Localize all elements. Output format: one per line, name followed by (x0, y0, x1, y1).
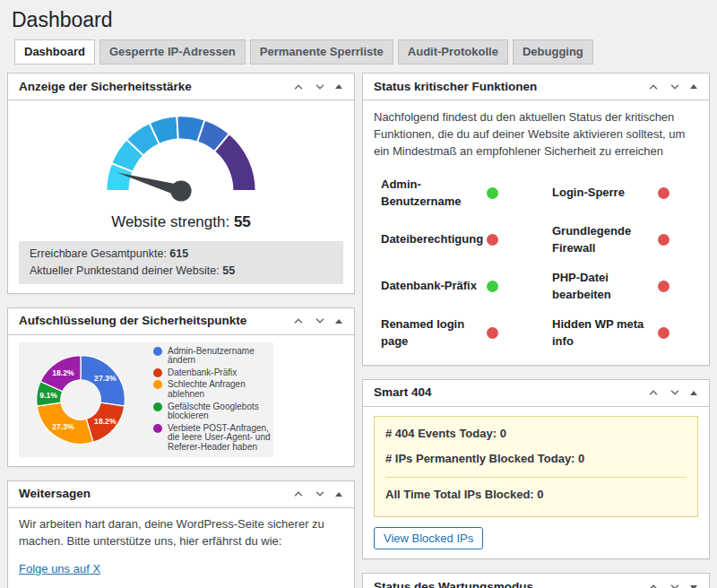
legend-label: Verbiete POST-Anfragen, die leere User-A… (168, 424, 273, 453)
divider (385, 477, 687, 478)
panel-title: Anzeige der Sicherheitsstärke (8, 74, 203, 100)
panel-header-security-strength[interactable]: Anzeige der Sicherheitsstärke (8, 74, 354, 100)
feature-status-item: Hidden WP meta info (552, 316, 696, 350)
move-up-button[interactable] (288, 313, 309, 329)
tab-dashboard[interactable]: Dashboard (14, 39, 95, 65)
panel-header-maintenance-mode[interactable]: Status des Wartungsmodus (363, 574, 709, 588)
panel-header-points-breakdown[interactable]: Aufschlüsselung der Sicherheitspunkte (8, 308, 354, 335)
strength-value: 55 (234, 213, 251, 230)
toggle-panel-button[interactable] (331, 317, 347, 325)
points-summary-box: Erreichbare Gesamtpunkte: 615 Aktueller … (19, 241, 343, 284)
current-points-label: Aktueller Punktestand deiner Website: (30, 264, 220, 277)
move-down-button[interactable] (309, 486, 331, 502)
tab-permanente-sperrliste[interactable]: Permanente Sperrliste (250, 39, 393, 65)
triangle-up-icon (690, 84, 697, 89)
legend-label: Datenbank-Präfix (168, 368, 273, 378)
panel-header-actions (288, 313, 354, 329)
feature-label: Datenbank-Präfix (381, 277, 477, 295)
stat-all-time-blocked: All Time Total IPs Blocked: 0 (385, 486, 687, 504)
feature-status-item: PHP-Datei bearbeiten (552, 269, 696, 304)
move-up-button[interactable] (643, 79, 664, 95)
chevron-down-icon (314, 81, 326, 93)
toggle-panel-button[interactable] (331, 82, 347, 91)
left-column: Anzeige der Sicherheitsstärke Website st… (7, 73, 355, 588)
move-up-button[interactable] (643, 385, 664, 401)
panel-title: Status des Wartungsmodus (363, 574, 544, 588)
view-blocked-ips-button[interactable]: View Blocked IPs (374, 527, 483, 549)
chevron-up-icon (292, 315, 305, 327)
smart-404-stats-box: # 404 Events Today: 0 # IPs Permanently … (374, 416, 698, 518)
chevron-down-icon (669, 81, 681, 93)
gauge-caption: Website strength: 55 (19, 211, 343, 234)
donut-slice-label: 18.2% (52, 368, 74, 376)
move-down-button[interactable] (664, 579, 686, 588)
feature-status-item: Login-Sperre (552, 176, 696, 211)
move-up-button[interactable] (643, 579, 664, 588)
panel-header-smart-404[interactable]: Smart 404 (363, 380, 709, 407)
legend-item: Schlechte Anfragen ablehnen (153, 380, 273, 399)
chevron-up-icon (647, 386, 660, 399)
panel-body: Website strength: 55 Erreichbare Gesamtp… (8, 100, 354, 293)
chevron-down-icon (314, 315, 326, 327)
feature-status-item: Renamed login page (381, 316, 525, 350)
panel-body: Nachfolgend findest du den aktuellen Sta… (363, 100, 709, 365)
share-link[interactable]: Folge uns auf X (19, 562, 100, 575)
dashboard-columns: Anzeige der Sicherheitsstärke Website st… (0, 65, 717, 588)
legend-item: Datenbank-Präfix (153, 368, 273, 378)
red-dot-icon (658, 187, 669, 199)
donut-slice-label: 27.3% (94, 374, 117, 383)
critical-features-grid: Admin-BenutzernameLogin-SperreDateiberec… (374, 174, 698, 356)
feature-label: Dateiberechtigung (381, 230, 483, 248)
panel-title: Aufschlüsselung der Sicherheitspunkte (8, 307, 257, 334)
green-dot-icon (487, 187, 498, 199)
current-points-row: Aktueller Punktestand deiner Website: 55 (30, 263, 333, 280)
toggle-panel-button[interactable] (686, 82, 702, 91)
panel-smart-404: Smart 404 # 404 Events Today: 0 # IPs Pe… (362, 379, 710, 560)
panel-header-actions (643, 79, 709, 95)
move-down-button[interactable] (664, 385, 686, 401)
toggle-panel-button[interactable] (686, 389, 702, 397)
feature-label: Admin-Benutzername (381, 176, 487, 211)
total-points-label: Erreichbare Gesamtpunkte: (30, 247, 167, 260)
panel-header-actions (288, 486, 354, 502)
donut-slice-label: 18.2% (94, 416, 117, 425)
legend-item: Gefälschte Googlebots blockieren (153, 402, 273, 421)
chevron-down-icon (314, 488, 326, 500)
legend-dot-icon (153, 368, 162, 377)
donut-legend: Admin-Benutzername ändernDatenbank-Präfi… (153, 342, 273, 457)
panel-header-critical-features[interactable]: Status kritischer Funktionen (363, 74, 709, 100)
current-points-value: 55 (222, 264, 235, 277)
red-dot-icon (487, 234, 498, 246)
red-dot-icon (658, 327, 669, 339)
chevron-down-icon (669, 581, 681, 588)
triangle-up-icon (690, 391, 697, 395)
security-gauge-chart (51, 109, 311, 203)
panel-points-breakdown: Aufschlüsselung der Sicherheitspunkte 27… (7, 307, 355, 467)
points-donut-chart: 27.3%18.2%27.3%9.1%18.2% (35, 346, 126, 454)
panel-header-actions (643, 579, 709, 588)
tab-bar: DashboardGesperrte IP-AdressenPermanente… (0, 39, 717, 65)
chevron-up-icon (292, 81, 305, 93)
feature-status-item: Admin-Benutzername (381, 176, 525, 211)
tab-debugging[interactable]: Debugging (513, 39, 593, 65)
toggle-panel-button[interactable] (686, 584, 702, 588)
toggle-panel-button[interactable] (331, 490, 347, 498)
panel-header-actions (288, 79, 354, 95)
tab-audit-protokolle[interactable]: Audit-Protokolle (398, 39, 508, 65)
move-down-button[interactable] (309, 313, 331, 329)
move-up-button[interactable] (288, 486, 309, 502)
panel-header-spread-the-word[interactable]: Weitersagen (8, 481, 354, 508)
move-down-button[interactable] (309, 79, 331, 95)
legend-label: Schlechte Anfragen ablehnen (168, 380, 273, 399)
legend-item: Admin-Benutzername ändern (153, 347, 273, 366)
move-down-button[interactable] (664, 79, 686, 95)
total-points-row: Erreichbare Gesamtpunkte: 615 (30, 246, 333, 263)
panel-title: Weitersagen (8, 480, 101, 507)
critical-features-description: Nachfolgend findest du den aktuellen Sta… (374, 109, 698, 160)
move-up-button[interactable] (288, 79, 309, 95)
stat-ips-blocked-today: # IPs Permanently Blocked Today: 0 (385, 450, 687, 468)
tab-gesperrte-ip-adressen[interactable]: Gesperrte IP-Adressen (99, 39, 246, 65)
legend-dot-icon (153, 402, 162, 411)
red-dot-icon (487, 327, 498, 339)
green-dot-icon (487, 281, 498, 292)
